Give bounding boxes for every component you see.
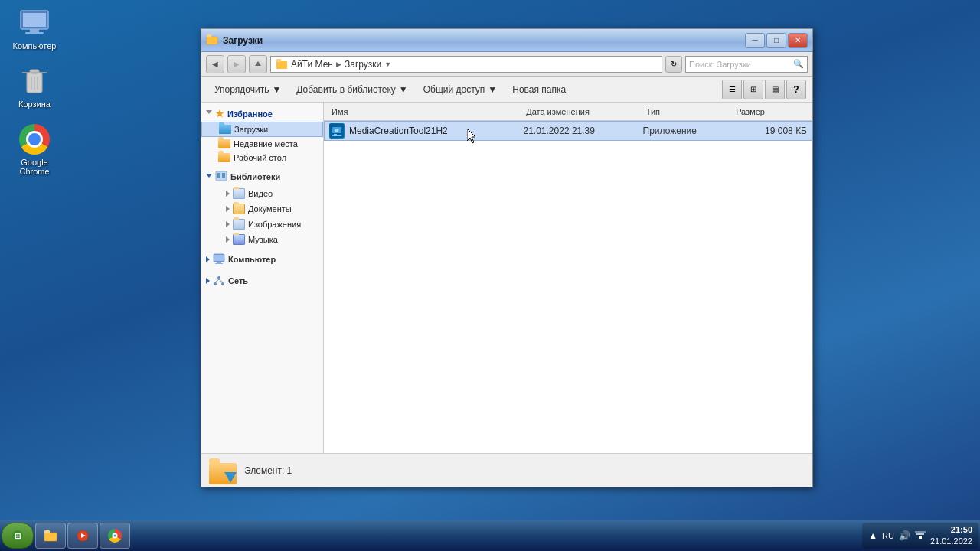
address-bar-area: ◀ ▶ АйТи Мен ▶ Загрузки ▼ ↻ Поиск: Загру…: [201, 52, 812, 77]
tray-expand-icon[interactable]: ▲: [868, 530, 877, 541]
music-expand-icon: [226, 236, 230, 243]
computer-icon: [19, 8, 50, 38]
sort-button[interactable]: Упорядочить ▼: [207, 80, 288, 99]
favorites-star-icon: ★: [215, 108, 224, 119]
svg-rect-16: [222, 173, 225, 178]
clock-date: 21.01.2022: [930, 536, 972, 547]
address-part1: АйТи Мен: [291, 59, 333, 70]
desktop-icon-chrome[interactable]: Google Chrome: [8, 124, 61, 176]
add-library-button[interactable]: Добавить в библиотеку ▼: [289, 80, 414, 99]
new-folder-button[interactable]: Новая папка: [505, 80, 573, 99]
status-text: Элемент: 1: [244, 465, 292, 476]
address-box[interactable]: АйТи Мен ▶ Загрузки ▼: [270, 56, 662, 73]
network-header[interactable]: Сеть: [201, 272, 323, 290]
libraries-label: Библиотеки: [230, 172, 280, 181]
title-bar-text: Загрузки: [223, 35, 745, 46]
images-folder-icon: [233, 219, 245, 230]
libraries-section: Библиотеки Видео Документы: [201, 168, 323, 247]
forward-button[interactable]: ▶: [227, 55, 246, 73]
taskbar-chrome-button[interactable]: [100, 523, 130, 549]
share-button[interactable]: Общий доступ ▼: [416, 80, 505, 99]
search-placeholder: Поиск: Загрузки: [689, 60, 751, 69]
svg-rect-2: [30, 29, 39, 32]
toolbar: Упорядочить ▼ Добавить в библиотеку ▼ Об…: [201, 77, 812, 103]
favorites-expand-icon: [206, 110, 212, 117]
sidebar-item-recent[interactable]: Недавние места: [201, 137, 323, 151]
start-button[interactable]: ⊞: [2, 523, 34, 549]
col-header-date[interactable]: Дата изменения: [523, 107, 643, 116]
file-type: Приложение: [643, 126, 733, 136]
computer-header[interactable]: Компьютер: [201, 250, 323, 269]
up-button[interactable]: [249, 55, 267, 73]
file-size: 19 008 КБ: [733, 126, 808, 136]
network-section: Сеть: [201, 272, 323, 290]
svg-point-22: [214, 282, 217, 285]
trash-icon-label: Корзина: [18, 99, 51, 109]
maximize-button[interactable]: □: [766, 33, 786, 48]
status-arrow-icon: [224, 472, 237, 483]
sidebar-item-video[interactable]: Видео: [201, 186, 323, 201]
back-button[interactable]: ◀: [206, 55, 224, 73]
svg-rect-33: [44, 533, 57, 541]
svg-line-25: [219, 279, 223, 282]
file-rows: W MediaCreationTool21H2 21.01.2022 21:39…: [324, 121, 812, 453]
volume-icon[interactable]: 🔊: [899, 530, 910, 541]
file-row-mediacreationtool[interactable]: W MediaCreationTool21H2 21.01.2022 21:39…: [324, 121, 812, 141]
svg-point-23: [221, 282, 224, 285]
sidebar-item-downloads[interactable]: Загрузки: [201, 122, 323, 137]
minimize-button[interactable]: ─: [745, 33, 765, 48]
computer-nav-icon: [213, 253, 225, 266]
view-options-button[interactable]: ☰: [722, 80, 742, 99]
refresh-button[interactable]: ↻: [665, 56, 682, 73]
col-header-name[interactable]: Имя: [328, 107, 523, 116]
computer-nav-label: Компьютер: [228, 255, 276, 264]
svg-rect-34: [44, 530, 50, 533]
system-clock[interactable]: 21:50 21.01.2022: [930, 524, 972, 548]
svg-rect-15: [217, 173, 220, 178]
taskbar-mediaplayer-button[interactable]: [67, 523, 98, 549]
libraries-header[interactable]: Библиотеки: [201, 168, 323, 186]
app-file-icon: W: [329, 123, 345, 139]
svg-rect-18: [214, 255, 224, 261]
sidebar-item-documents[interactable]: Документы: [201, 201, 323, 217]
language-indicator[interactable]: RU: [882, 531, 894, 540]
desktop-icon-computer[interactable]: Компьютер: [8, 8, 61, 51]
sort-dropdown-icon: ▼: [272, 84, 281, 95]
sidebar-item-images[interactable]: Изображения: [201, 217, 323, 232]
clock-time: 21:50: [930, 524, 972, 536]
video-folder-icon: [233, 188, 245, 199]
close-button[interactable]: ✕: [788, 33, 808, 48]
new-folder-label: Новая папка: [512, 84, 566, 95]
search-icon[interactable]: 🔍: [793, 59, 804, 69]
col-header-type[interactable]: Тип: [643, 107, 733, 116]
help-button[interactable]: ?: [786, 80, 806, 99]
svg-rect-39: [915, 531, 926, 533]
taskbar-explorer-button[interactable]: [35, 523, 66, 549]
network-expand-icon: [206, 278, 210, 284]
search-box[interactable]: Поиск: Загрузки 🔍: [685, 56, 808, 73]
svg-rect-3: [25, 32, 44, 34]
network-icon: [213, 275, 225, 287]
downloads-folder-icon: [219, 125, 231, 134]
col-header-size[interactable]: Размер: [733, 107, 808, 116]
video-expand-icon: [226, 191, 230, 197]
downloads-label: Загрузки: [234, 125, 268, 134]
preview-button[interactable]: ▤: [765, 80, 785, 99]
sidebar-item-desktop[interactable]: Рабочий стол: [201, 151, 323, 165]
address-dropdown-arrow[interactable]: ▼: [384, 60, 391, 68]
favorites-header[interactable]: ★ Избранное: [201, 106, 323, 122]
svg-rect-13: [276, 59, 281, 62]
sidebar-item-music[interactable]: Музыка: [201, 232, 323, 247]
view-toggle-button[interactable]: ⊞: [743, 80, 763, 99]
desktop-icon-trash[interactable]: Корзина: [8, 66, 61, 109]
computer-expand-icon: [206, 256, 210, 262]
svg-rect-20: [215, 263, 223, 264]
chrome-icon: [19, 124, 50, 155]
address-separator: ▶: [336, 60, 341, 68]
network-tray-icon[interactable]: [915, 530, 926, 542]
windows-logo-icon: ⊞: [11, 530, 24, 542]
svg-rect-19: [217, 262, 221, 263]
address-part2: Загрузки: [345, 59, 381, 70]
add-library-label: Добавить в библиотеку: [296, 84, 396, 95]
libraries-expand-icon: [206, 174, 212, 181]
